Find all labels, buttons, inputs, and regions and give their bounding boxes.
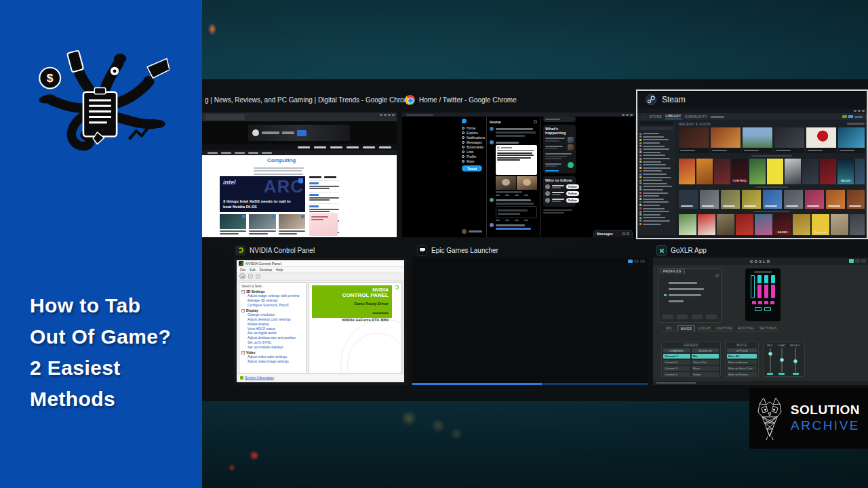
screenshot-stage: $ How to Tab Out Of Game? 2 Easiest Meth… [0,0,868,488]
window-title-text: NVIDIA Control Panel [250,247,315,254]
title-line: How to Tab [30,290,171,321]
nav-item-icon [462,127,465,129]
who-to-follow-panel: Who to follow FollowFollowFollow [543,176,576,207]
steam-recent-game-banner [743,127,772,153]
nvidia-leaf-icon [395,285,399,289]
selected-window-steam[interactable]: Steam ‹ › STORE LIBRARY COMMUNITY RECENT… [636,89,868,239]
nvidia-icon [235,245,245,256]
avatar [545,184,550,189]
twitter-right-rail: What's happening Who to follow FollowFol… [543,117,576,215]
nvidia-tree-link: Set up G-SYNC [248,340,304,345]
steam-game-cover [855,159,865,184]
steam-category-tile [742,190,761,209]
nvidia-tree-link: Manage 3D settings [248,298,304,303]
steam-nav-library: LIBRARY [665,114,681,119]
steam-filter-dropdown [639,127,673,130]
recent-games-row [679,127,865,153]
quote-tweet-box [496,206,537,218]
avatar [545,191,550,196]
close-button [640,260,645,263]
nav-item-icon [462,150,465,153]
twitter-nav-item: More [462,159,485,163]
section-heading: Computing [267,157,296,163]
steam-recent-game-banner [774,127,804,153]
twitter-follow-row: Follow [545,198,574,203]
sparkle-icon [534,120,537,123]
scrollbar [402,282,404,374]
logo-line2: ARCHIVE [789,418,860,434]
goxlr-slider: CHAT [777,344,786,375]
select-task-label: Select a Task... [241,284,304,288]
site-nav-bar [202,144,397,150]
steam-game-cover [767,159,783,184]
steam-game-cover [820,159,836,184]
goxlr-list-item: Mute All [727,354,757,359]
steam-game-cover [679,214,696,236]
window-thumbnail-nvidia[interactable]: NVIDIA Control Panel FileEdit DesktopHel… [234,258,407,385]
twitter-nav-item: Profile [462,154,485,159]
steam-category-tile [805,190,824,209]
steam-category-tile [700,190,719,209]
nvidia-tree-link: Adjust desktop size and position [248,336,304,340]
digitaltrends-sidebar-item [309,192,339,201]
twitter-nav-item: Bookmarks [462,144,485,149]
nvidia-menu-bar: FileEdit DesktopHelp [237,267,404,272]
steam-game-cover [793,214,810,236]
nvidia-tree-link: Adjust desktop color settings [248,317,304,322]
follow-button: Follow [566,184,579,189]
profile-action-buttons [663,314,717,319]
follow-button: Follow [566,198,579,203]
minimize-button [849,259,854,263]
toolbar-icon [248,274,253,279]
sidebar-ad-card [309,213,338,236]
window-title-epic: Epic Games Launcher [417,245,498,256]
twitter-nav: HomeExploreNotificationsMessagesBookmark… [462,125,485,163]
steam-game-cover [831,214,848,236]
multitasking-doodle-illustration: $ [31,41,170,161]
gear-icon [715,274,719,277]
digitaltrends-sidebar-item [309,180,339,189]
nvidia-tree-link: Adjust image settings with preview [248,293,304,298]
steam-titlebar [637,108,867,113]
profiles-list [664,280,717,304]
title-line: Out Of Game? [30,321,171,352]
toolbar-icon [256,274,260,279]
article-badge-icon [298,178,303,183]
nvidia-tree-link: View HDCP status [248,327,304,331]
title-line: Methods [30,384,171,415]
window-thumbnail-epic[interactable] [412,258,648,385]
whatsapp-icon [568,162,574,168]
window-thumbnail-digitaltrends[interactable]: Computing intel ARC 3 things Intel XeSS … [202,113,397,237]
window-thumbnail-twitter[interactable]: HomeExploreNotificationsMessagesBookmark… [402,113,635,237]
steam-game-sidebar [637,120,675,238]
volume-sliders-card: MICCHATMUSIC [763,342,805,377]
goxlr-list-item: Game [692,372,719,378]
nvidia-tree-link: Adjust video image settings [248,359,304,364]
nvidia-footer: System Information [239,375,402,380]
goxlr-tab: MIXER [677,325,695,331]
steam-nav-store: STORE [650,115,663,119]
nav-item-icon [462,160,465,163]
nvidia-tree-link: Change resolution [248,312,304,317]
goxlr-slider: MIC [767,344,773,375]
window-thumbnail-goxlr[interactable]: GOXLR PROFILES MICMIXERCOUGHLIGHTINGROUT… [653,258,868,385]
window-title-nvidia: NVIDIA Control Panel [235,245,315,256]
left-banner-panel: $ How to Tab Out Of Game? 2 Easiest Meth… [0,0,202,488]
steam-icon [646,94,656,105]
steam-sidebar-game-row [639,222,673,226]
digitaltrends-sidebar-item [309,203,339,212]
steam-game-cover: HADES [774,214,791,236]
steam-game-cover [749,159,766,184]
svg-text:$: $ [47,71,54,85]
nav-item-icon [462,136,465,139]
goxlr-device-preview [745,268,781,321]
nvidia-task-tree: Select a Task...−3D SettingsAdjust image… [239,282,307,374]
nav-item-icon [462,146,465,148]
twitter-timeline: Home [486,117,540,237]
steam-status-bar [637,235,867,238]
goxlr-list-item: Mic [692,354,719,359]
twitter-nav-item: Explore [462,130,485,135]
goxlr-tab: LIGHTING [713,325,735,331]
window-thumbnail-steam[interactable]: ‹ › STORE LIBRARY COMMUNITY RECENT & SOO… [637,108,867,238]
chrome-icon [405,95,415,105]
